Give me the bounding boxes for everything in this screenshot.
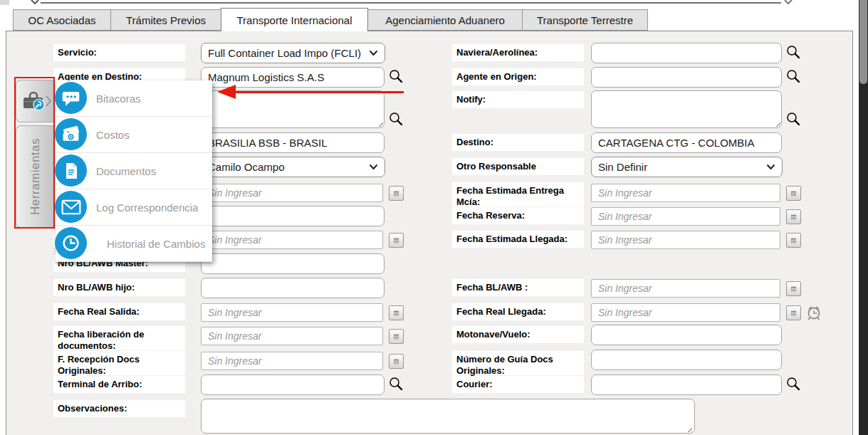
menu-item-log-correspondencia[interactable]: Log Correspondencia: [56, 189, 212, 226]
menu-item-bitacoras[interactable]: Bitacoras: [56, 80, 212, 117]
tab-agenciamiento-aduanero[interactable]: Agenciamiento Aduanero: [367, 9, 523, 31]
notify-textarea[interactable]: [591, 90, 782, 128]
vertical-scrollbar-track[interactable]: [859, 0, 868, 435]
origen-input[interactable]: [201, 132, 385, 153]
motonave-input[interactable]: [591, 325, 782, 345]
destino-input[interactable]: [591, 132, 782, 153]
terminal-arribo-input[interactable]: [201, 374, 385, 395]
search-icon: [387, 376, 404, 393]
calendar-icon: [791, 213, 796, 221]
tab-label: OC Asociadas: [28, 14, 95, 26]
chevron-right-icon: [45, 95, 52, 108]
field-label-motonave: Motonave/Vuelo:: [452, 326, 584, 343]
left-plain-input[interactable]: [201, 206, 385, 226]
courier-input[interactable]: [591, 374, 782, 395]
fecha-real-llegada-input[interactable]: [591, 303, 780, 322]
menu-item-label: Historial de Cambios: [107, 238, 205, 250]
search-icon: [785, 376, 802, 393]
menu-item-historial-de-cambios[interactable]: Historial de Cambios: [56, 226, 212, 262]
chat-dots-icon: [55, 82, 87, 114]
field-label-courier: Courier:: [452, 376, 584, 393]
fecha-entrega-mcia-input[interactable]: [591, 184, 780, 202]
recepcion-docs-input[interactable]: [201, 352, 383, 370]
agente-destino-search-button[interactable]: [387, 68, 404, 85]
otro-responsable-select[interactable]: Sin Definir: [591, 157, 783, 177]
transporte-internacional-screen: OC Asociadas Trámites Previos Transporte…: [0, 0, 868, 435]
field-label-fecha-liberacion: Fecha liberación de documentos:: [53, 326, 185, 350]
chevron-down-icon: [369, 50, 378, 56]
responsable-select[interactable]: Camilo Ocampo: [201, 157, 385, 177]
search-icon: [785, 68, 802, 85]
fecha-entrega-mcia-calendar-button[interactable]: [786, 186, 801, 201]
left-date-1-input[interactable]: [201, 184, 383, 202]
search-icon: [387, 111, 404, 128]
fecha-real-salida-calendar-button[interactable]: [389, 305, 404, 320]
fecha-reserva-calendar-button[interactable]: [786, 209, 801, 224]
herramientas-tab-label: Herramientas: [28, 138, 43, 215]
annotation-red-arrow-shaft: [235, 91, 404, 93]
tab-tramites-previos[interactable]: Trámites Previos: [110, 9, 221, 31]
menu-item-costos[interactable]: Costos: [56, 117, 212, 153]
fecha-real-salida-input[interactable]: [201, 303, 383, 322]
field-label-nro-bl-hijo: Nro BL/AWB hijo:: [53, 279, 185, 296]
left-date-2-calendar-button[interactable]: [389, 233, 404, 248]
fecha-estimada-llegada-input[interactable]: [591, 231, 780, 249]
naviera-search-button[interactable]: [785, 44, 802, 61]
servicio-value: Full Container Load Impo (FCLI): [208, 47, 361, 59]
field-label-terminal-arribo: Terminal de Arribo:: [53, 376, 185, 393]
field-label-fecha-real-salida: Fecha Real Salida:: [53, 303, 185, 320]
fecha-bl-awb-input[interactable]: [591, 279, 780, 298]
tab-oc-asociadas[interactable]: OC Asociadas: [13, 9, 111, 31]
left-date-2-input[interactable]: [201, 231, 383, 249]
vertical-scrollbar-thumb[interactable]: [859, 0, 867, 84]
field-label-fecha-entrega-mcia: Fecha Estimada Entrega Mcía:: [452, 182, 584, 206]
tab-label: Agenciamiento Aduanero: [385, 14, 505, 26]
alarm-clock-icon: [805, 304, 822, 321]
recepcion-docs-calendar-button[interactable]: [389, 354, 404, 369]
observaciones-textarea[interactable]: [201, 399, 695, 434]
clock-icon: [55, 227, 87, 259]
search-icon: [785, 44, 802, 61]
fecha-bl-awb-calendar-button[interactable]: [786, 281, 801, 296]
otro-responsable-value: Sin Definir: [598, 161, 647, 173]
field-label-naviera: Naviera/Aerolínea:: [452, 44, 584, 61]
chevron-down-icon: [369, 164, 378, 170]
annotation-red-arrow-head: [217, 85, 236, 99]
calendar-icon: [394, 236, 399, 245]
naviera-input[interactable]: [591, 43, 782, 63]
field-label-agente-origen: Agente en Origen:: [452, 68, 584, 85]
calendar-icon: [394, 309, 399, 318]
field-label-fecha-estimada-llegada: Fecha Estimada Llegada:: [452, 231, 584, 248]
search-icon: [785, 111, 802, 128]
herramientas-tab[interactable]: Herramientas: [16, 125, 54, 228]
fecha-estimada-llegada-calendar-button[interactable]: [786, 233, 801, 248]
nro-bl-hijo-input[interactable]: [201, 278, 385, 298]
fecha-liberacion-calendar-button[interactable]: [389, 329, 404, 344]
calendar-icon: [791, 309, 796, 318]
herramientas-tab-icon-section[interactable]: [16, 80, 54, 122]
courier-search-button[interactable]: [785, 376, 802, 393]
left-textarea-search-button[interactable]: [387, 111, 404, 128]
menu-item-documentos[interactable]: Documentos: [56, 153, 212, 189]
notify-search-button[interactable]: [785, 111, 802, 128]
tab-transporte-terrestre[interactable]: Transporte Terrestre: [522, 9, 648, 31]
cropped-top-input-edge: [41, 2, 781, 4]
cropped-top-glyph-right: [783, 0, 793, 4]
calendar-icon: [791, 236, 796, 245]
cropped-top-corner: [0, 0, 9, 5]
alarm-clock-button[interactable]: [805, 304, 822, 321]
agente-origen-search-button[interactable]: [785, 68, 802, 85]
terminal-arribo-search-button[interactable]: [387, 376, 404, 393]
guia-docs-input[interactable]: [591, 350, 782, 370]
menu-item-label: Bitacoras: [96, 93, 141, 105]
agente-origen-input[interactable]: [591, 67, 782, 88]
field-label-fecha-reserva: Fecha Reserva:: [452, 207, 584, 224]
servicio-select[interactable]: Full Container Load Impo (FCLI): [201, 43, 385, 63]
tab-transporte-internacional[interactable]: Transporte Internacional: [221, 8, 368, 31]
fecha-real-llegada-calendar-button[interactable]: [786, 305, 801, 320]
fecha-reserva-input[interactable]: [591, 207, 780, 226]
field-label-observaciones: Observaciones:: [53, 400, 185, 417]
nro-bl-master-input[interactable]: [201, 253, 385, 274]
left-date-1-calendar-button[interactable]: [389, 186, 404, 201]
fecha-liberacion-input[interactable]: [201, 327, 383, 345]
